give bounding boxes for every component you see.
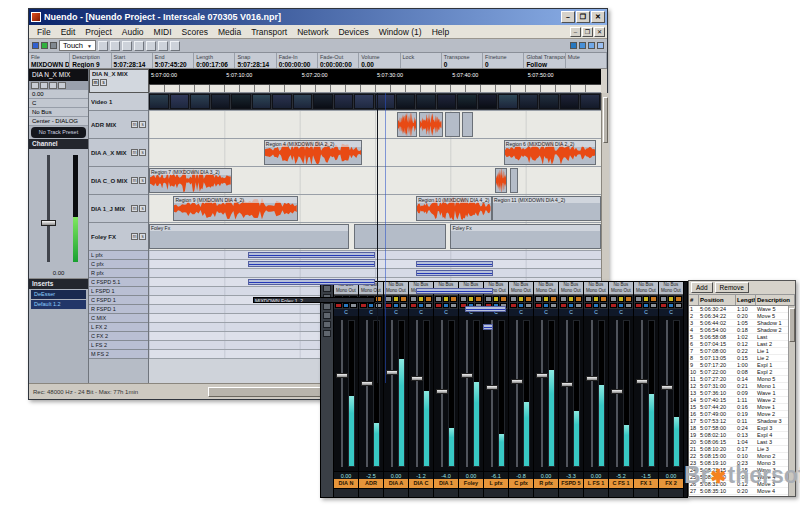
- mixer-view-button-6[interactable]: [323, 330, 331, 337]
- pan-display[interactable]: C: [359, 309, 383, 316]
- monitor-button[interactable]: [600, 303, 607, 309]
- edit-channel-button[interactable]: [385, 296, 392, 302]
- info-mute[interactable]: Mute: [566, 53, 607, 68]
- mdi-restore-button[interactable]: ❐: [582, 27, 593, 37]
- info-description[interactable]: DescriptionRegion 9: [70, 53, 111, 68]
- strip-name[interactable]: FX 2: [659, 479, 683, 488]
- strip-output-routing[interactable]: Mono Out: [609, 288, 633, 294]
- menu-file[interactable]: File: [32, 27, 56, 37]
- menu-window-1[interactable]: Window (1): [374, 27, 427, 37]
- layout-button-1[interactable]: [570, 42, 577, 49]
- read-automation-button[interactable]: [535, 303, 542, 309]
- strip-output-routing[interactable]: Mono Out: [634, 288, 658, 294]
- info-volume[interactable]: Volume0.00: [359, 53, 400, 68]
- read-automation-button[interactable]: [635, 303, 642, 309]
- solo-button[interactable]: s: [139, 177, 146, 184]
- info-snap[interactable]: Snap5:07:28:14: [235, 53, 276, 68]
- mute-button[interactable]: m: [131, 177, 138, 184]
- menu-midi[interactable]: MIDI: [149, 27, 177, 37]
- solo-button[interactable]: [650, 296, 657, 302]
- track-list-item-c-mix[interactable]: C MIX: [89, 314, 148, 323]
- list-row[interactable]: 45:06:54:000:18Shadow 2: [689, 327, 788, 334]
- strip-output-routing[interactable]: Mono Out: [384, 288, 408, 294]
- column-header-length[interactable]: Length: [736, 295, 756, 305]
- scrollbar-thumb[interactable]: [789, 308, 795, 342]
- list-row[interactable]: 55:06:58:081:02Last: [689, 334, 788, 341]
- info-transpose[interactable]: Transpose0: [442, 53, 483, 68]
- list-row[interactable]: 145:07:40:151:11Wave 2: [689, 397, 788, 404]
- fader-handle[interactable]: [411, 376, 423, 381]
- remove-button[interactable]: Remove: [715, 282, 749, 293]
- erase-tool-button[interactable]: [158, 41, 168, 51]
- mdi-close-button[interactable]: ✕: [594, 27, 605, 37]
- menu-edit[interactable]: Edit: [56, 27, 81, 37]
- solo-button[interactable]: s: [139, 233, 146, 240]
- track-list-item-c-fx-2[interactable]: C FX 2: [89, 332, 148, 341]
- write-automation-button[interactable]: [543, 303, 550, 309]
- write-automation-button[interactable]: [343, 303, 350, 309]
- track-list-item-c-fspd-1[interactable]: C FSPD 1: [89, 296, 148, 305]
- strip-name[interactable]: L FS 1: [584, 479, 608, 488]
- solo-button[interactable]: [675, 296, 682, 302]
- info-end[interactable]: End5:07:45:20: [153, 53, 194, 68]
- solo-button[interactable]: [450, 296, 457, 302]
- strip-name[interactable]: R pfx: [534, 479, 558, 488]
- edit-channel-button[interactable]: [585, 296, 592, 302]
- inserts-section-header[interactable]: Inserts: [29, 279, 88, 289]
- mute-button[interactable]: [543, 296, 550, 302]
- fader-handle[interactable]: [536, 373, 548, 378]
- solo-button[interactable]: [475, 296, 482, 302]
- insert-slot-1[interactable]: DeEsser: [31, 290, 86, 299]
- write-automation-button[interactable]: [668, 303, 675, 309]
- edit-channel-button[interactable]: [635, 296, 642, 302]
- mute-button[interactable]: m: [92, 79, 99, 86]
- read-automation-button[interactable]: [360, 303, 367, 309]
- read-automation-button[interactable]: [510, 303, 517, 309]
- mixer-view-button-1[interactable]: [323, 285, 331, 292]
- strip-output-routing[interactable]: Mono Out: [509, 288, 533, 294]
- write-automation-button[interactable]: [618, 303, 625, 309]
- timecode-ruler[interactable]: 5:07:00:005:07:10:005:07:20:005:07:30:00…: [149, 69, 601, 85]
- mute-button[interactable]: [668, 296, 675, 302]
- track-list-item-r-fspd-1[interactable]: R FSPD 1: [89, 305, 148, 314]
- read-automation-button[interactable]: [335, 303, 342, 309]
- solo-button[interactable]: [575, 296, 582, 302]
- list-row[interactable]: 195:08:02:100:13Expl 4: [689, 432, 788, 439]
- layout-button-2[interactable]: [579, 42, 586, 49]
- solo-button[interactable]: [500, 296, 507, 302]
- solo-button[interactable]: s: [100, 79, 107, 86]
- strip-name[interactable]: DIA N: [334, 479, 358, 488]
- fader-handle[interactable]: [41, 220, 56, 226]
- audio-clip[interactable]: Foley Fx: [149, 224, 349, 249]
- audio-clip[interactable]: MIXDOWN Foley 1_2: [253, 297, 375, 303]
- audio-clip[interactable]: Region 4 (MIXDOWN DIA 2_2): [264, 140, 362, 165]
- audio-clip[interactable]: Region 11 (MIXDOWN DIA 4_2): [492, 196, 601, 221]
- mute-button[interactable]: [393, 296, 400, 302]
- pan-display[interactable]: C: [559, 309, 583, 316]
- info-file[interactable]: FileMIXDOWN DIA 1: [29, 53, 70, 68]
- solo-button[interactable]: [600, 296, 607, 302]
- write-automation-button[interactable]: [643, 303, 650, 309]
- automation-clip[interactable]: [416, 288, 493, 294]
- strip-name[interactable]: DIA C: [409, 479, 433, 488]
- list-row[interactable]: 155:07:44:200:16Move 1: [689, 404, 788, 411]
- monitor-button[interactable]: [350, 303, 357, 309]
- list-row[interactable]: 25:06:34:220:20Move 5: [689, 313, 788, 320]
- fader-handle[interactable]: [486, 385, 498, 390]
- automation-clip[interactable]: [416, 270, 493, 276]
- track-preset-selector[interactable]: No Track Preset: [31, 127, 86, 138]
- track-list-item-m-fs-2[interactable]: M FS 2: [89, 350, 148, 359]
- selected-track-header[interactable]: DIA N_X MIX m s: [89, 69, 149, 93]
- strip-output-routing[interactable]: Mono Out: [584, 288, 608, 294]
- mute-button[interactable]: [418, 296, 425, 302]
- channel-section-header[interactable]: Channel: [29, 139, 88, 149]
- track-list-item-c-fspd-5-1[interactable]: C FSPD 5.1: [89, 278, 148, 287]
- mute-button[interactable]: m: [131, 233, 138, 240]
- monitor-button[interactable]: [400, 303, 407, 309]
- edit-channel-button[interactable]: [410, 296, 417, 302]
- track-list-item-l-fspd-1[interactable]: L FSPD 1: [89, 287, 148, 296]
- audio-clip[interactable]: [462, 112, 473, 137]
- mute-button[interactable]: m: [131, 149, 138, 156]
- menu-media[interactable]: Media: [213, 27, 246, 37]
- glue-tool-button[interactable]: [146, 41, 156, 51]
